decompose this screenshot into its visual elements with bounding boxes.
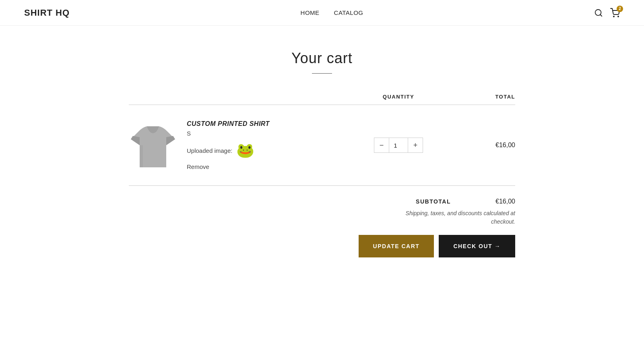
site-header: SHIRT HQ HOME CATALOG 2	[0, 0, 644, 26]
cart-actions: UPDATE CART CHECK OUT →	[359, 235, 515, 257]
table-row: CUSTOM PRINTED SHIRT S Uploaded image: 🐸…	[129, 105, 515, 186]
shipping-note: Shipping, taxes, and discounts calculate…	[386, 209, 515, 226]
cart-summary: SUBTOTAL €16,00 Shipping, taxes, and dis…	[129, 198, 515, 257]
header-icons: 2	[594, 8, 620, 18]
tshirt-svg	[131, 119, 175, 171]
quantity-cell: − +	[354, 138, 443, 153]
uploaded-label: Uploaded image:	[187, 147, 232, 154]
update-cart-button[interactable]: UPDATE CART	[359, 235, 434, 257]
item-price: €16,00	[443, 142, 515, 149]
svg-point-3	[618, 16, 619, 17]
cart-button[interactable]: 2	[610, 8, 620, 18]
uploaded-image-row: Uploaded image: 🐸	[187, 141, 270, 160]
kermit-image: 🐸	[235, 141, 255, 160]
quantity-decrease-button[interactable]: −	[374, 138, 389, 152]
cart-col-total: TOTAL	[443, 94, 515, 100]
subtotal-value: €16,00	[483, 198, 515, 205]
search-button[interactable]	[594, 8, 603, 17]
cart-page: Your cart QUANTITY TOTAL	[121, 26, 523, 290]
cart-badge: 2	[617, 6, 623, 12]
quantity-increase-button[interactable]: +	[408, 138, 423, 152]
product-name: CUSTOM PRINTED SHIRT	[187, 120, 270, 128]
remove-link[interactable]: Remove	[187, 163, 209, 170]
main-nav: HOME CATALOG	[301, 9, 363, 16]
svg-line-1	[600, 14, 602, 16]
svg-point-2	[613, 16, 614, 17]
product-image	[129, 117, 177, 173]
nav-home[interactable]: HOME	[301, 9, 320, 16]
site-logo[interactable]: SHIRT HQ	[24, 8, 70, 18]
cart-col-quantity: QUANTITY	[354, 94, 443, 100]
quantity-stepper: − +	[374, 138, 423, 153]
product-cell: CUSTOM PRINTED SHIRT S Uploaded image: 🐸…	[129, 117, 354, 173]
product-size: S	[187, 130, 270, 137]
product-info: CUSTOM PRINTED SHIRT S Uploaded image: 🐸…	[187, 117, 270, 170]
subtotal-label: SUBTOTAL	[416, 198, 451, 205]
title-divider	[312, 73, 332, 74]
subtotal-row: SUBTOTAL €16,00	[416, 198, 515, 205]
search-icon	[594, 8, 603, 17]
cart-table-header: QUANTITY TOTAL	[129, 94, 515, 105]
checkout-button[interactable]: CHECK OUT →	[439, 235, 515, 257]
page-title: Your cart	[129, 50, 515, 67]
cart-col-product	[129, 94, 354, 100]
quantity-input[interactable]	[389, 138, 408, 152]
nav-catalog[interactable]: CATALOG	[334, 9, 363, 16]
